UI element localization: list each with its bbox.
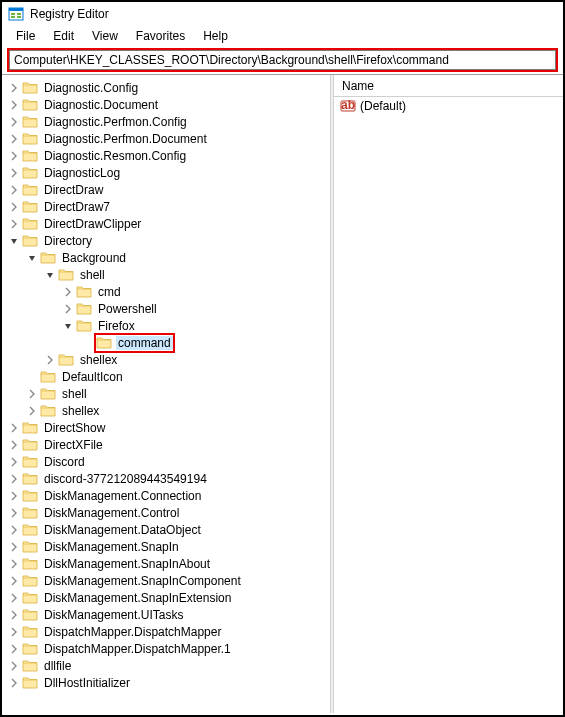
expand-icon[interactable] xyxy=(8,609,20,621)
tree-item[interactable]: DiskManagement.Connection xyxy=(4,487,330,504)
column-name[interactable]: Name xyxy=(342,79,374,93)
menu-view[interactable]: View xyxy=(84,27,126,45)
tree-item-label: discord-377212089443549194 xyxy=(42,472,209,486)
expand-icon[interactable] xyxy=(8,218,20,230)
tree-pane[interactable]: Diagnostic.ConfigDiagnostic.DocumentDiag… xyxy=(2,75,330,713)
tree-item[interactable]: dllfile xyxy=(4,657,330,674)
expand-icon[interactable] xyxy=(8,660,20,672)
expand-icon[interactable] xyxy=(8,507,20,519)
expand-icon[interactable] xyxy=(8,116,20,128)
tree-item[interactable]: DiskManagement.UITasks xyxy=(4,606,330,623)
tree-item[interactable]: DiagnosticLog xyxy=(4,164,330,181)
list-header[interactable]: Name xyxy=(334,75,563,97)
collapse-icon[interactable] xyxy=(26,252,38,264)
tree-item[interactable]: DirectDraw7 xyxy=(4,198,330,215)
expand-icon[interactable] xyxy=(8,201,20,213)
tree-item[interactable]: shell xyxy=(4,266,330,283)
expand-icon[interactable] xyxy=(8,82,20,94)
tree-item[interactable]: Diagnostic.Perfmon.Config xyxy=(4,113,330,130)
tree-item-highlight: command xyxy=(94,333,175,353)
expand-icon[interactable] xyxy=(8,167,20,179)
tree-item-label: dllfile xyxy=(42,659,73,673)
expand-icon[interactable] xyxy=(8,643,20,655)
expand-icon[interactable] xyxy=(8,99,20,111)
list-row-default[interactable]: ab (Default) xyxy=(334,97,563,115)
tree-item[interactable]: DispatchMapper.DispatchMapper xyxy=(4,623,330,640)
expand-icon[interactable] xyxy=(8,473,20,485)
tree-item[interactable]: shell xyxy=(4,385,330,402)
tree-item-label: Diagnostic.Config xyxy=(42,81,140,95)
expand-icon[interactable] xyxy=(8,575,20,587)
tree-item[interactable]: DirectXFile xyxy=(4,436,330,453)
expand-icon[interactable] xyxy=(26,405,38,417)
folder-icon xyxy=(96,335,112,351)
tree-item[interactable]: DiskManagement.SnapInComponent xyxy=(4,572,330,589)
tree-item[interactable]: Diagnostic.Document xyxy=(4,96,330,113)
expand-icon[interactable] xyxy=(8,677,20,689)
expand-icon[interactable] xyxy=(8,490,20,502)
tree-item[interactable]: Powershell xyxy=(4,300,330,317)
svg-rect-3 xyxy=(11,16,15,18)
tree-item-label: shellex xyxy=(60,404,101,418)
expand-icon[interactable] xyxy=(62,303,74,315)
folder-icon xyxy=(76,301,92,317)
address-bar[interactable] xyxy=(9,50,556,70)
regedit-icon xyxy=(8,6,24,22)
tree-item[interactable]: DirectDrawClipper xyxy=(4,215,330,232)
folder-icon xyxy=(22,233,38,249)
expand-icon[interactable] xyxy=(62,286,74,298)
folder-icon xyxy=(40,369,56,385)
collapse-icon[interactable] xyxy=(44,269,56,281)
tree-item[interactable]: Firefox xyxy=(4,317,330,334)
expand-icon[interactable] xyxy=(8,422,20,434)
folder-icon xyxy=(22,420,38,436)
expand-icon[interactable] xyxy=(8,456,20,468)
expand-icon[interactable] xyxy=(8,524,20,536)
address-input[interactable] xyxy=(14,53,551,67)
tree-item[interactable]: Diagnostic.Config xyxy=(4,79,330,96)
expand-icon[interactable] xyxy=(8,558,20,570)
expand-spacer xyxy=(80,337,92,349)
menu-help[interactable]: Help xyxy=(195,27,236,45)
tree-item-label: shell xyxy=(78,268,107,282)
expand-icon[interactable] xyxy=(8,541,20,553)
tree-item[interactable]: DiskManagement.SnapInAbout xyxy=(4,555,330,572)
menu-edit[interactable]: Edit xyxy=(45,27,82,45)
folder-icon xyxy=(22,675,38,691)
expand-icon[interactable] xyxy=(8,150,20,162)
tree-item[interactable]: Diagnostic.Resmon.Config xyxy=(4,147,330,164)
tree-item[interactable]: DiskManagement.DataObject xyxy=(4,521,330,538)
tree-item[interactable]: Diagnostic.Perfmon.Document xyxy=(4,130,330,147)
expand-icon[interactable] xyxy=(26,388,38,400)
expand-icon[interactable] xyxy=(8,184,20,196)
expand-icon[interactable] xyxy=(8,439,20,451)
tree-item[interactable]: shellex xyxy=(4,402,330,419)
tree-item[interactable]: cmd xyxy=(4,283,330,300)
tree-item[interactable]: shellex xyxy=(4,351,330,368)
tree-item[interactable]: command xyxy=(4,334,330,351)
folder-icon xyxy=(22,488,38,504)
expand-icon[interactable] xyxy=(8,133,20,145)
tree-item[interactable]: DiskManagement.SnapInExtension xyxy=(4,589,330,606)
tree-item[interactable]: DirectDraw xyxy=(4,181,330,198)
menu-file[interactable]: File xyxy=(8,27,43,45)
collapse-icon[interactable] xyxy=(62,320,74,332)
folder-icon xyxy=(76,318,92,334)
tree-item[interactable]: Discord xyxy=(4,453,330,470)
collapse-icon[interactable] xyxy=(8,235,20,247)
expand-icon[interactable] xyxy=(44,354,56,366)
tree-item[interactable]: Background xyxy=(4,249,330,266)
list-pane: Name ab (Default) xyxy=(334,75,563,713)
expand-icon[interactable] xyxy=(8,592,20,604)
tree-item[interactable]: DefaultIcon xyxy=(4,368,330,385)
tree-item[interactable]: DiskManagement.Control xyxy=(4,504,330,521)
menu-favorites[interactable]: Favorites xyxy=(128,27,193,45)
tree-item[interactable]: discord-377212089443549194 xyxy=(4,470,330,487)
tree-item[interactable]: DiskManagement.SnapIn xyxy=(4,538,330,555)
tree-item[interactable]: DllHostInitializer xyxy=(4,674,330,691)
tree-item[interactable]: DirectShow xyxy=(4,419,330,436)
tree-item[interactable]: DispatchMapper.DispatchMapper.1 xyxy=(4,640,330,657)
tree-item[interactable]: Directory xyxy=(4,232,330,249)
tree-item-label: Discord xyxy=(42,455,87,469)
expand-icon[interactable] xyxy=(8,626,20,638)
